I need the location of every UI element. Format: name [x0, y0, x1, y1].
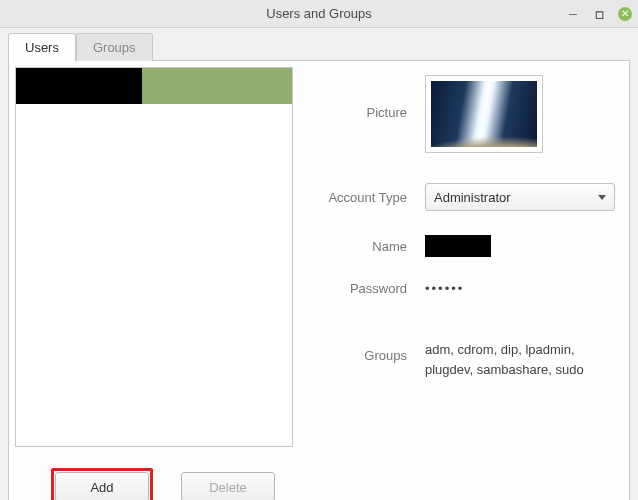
account-type-select[interactable]: Administrator: [425, 183, 615, 211]
maximize-icon[interactable]: ◻: [592, 7, 606, 21]
tab-groups[interactable]: Groups: [76, 33, 153, 61]
name-value-redacted[interactable]: [425, 235, 491, 257]
user-list[interactable]: [15, 67, 293, 447]
button-row: Add Delete: [15, 460, 623, 500]
groups-label: Groups: [307, 340, 425, 363]
add-button-highlight: Add: [51, 468, 153, 500]
list-item[interactable]: [16, 68, 292, 104]
user-name-redacted: [16, 68, 142, 104]
account-type-value: Administrator: [434, 190, 511, 205]
close-icon[interactable]: ✕: [618, 7, 632, 21]
window-title: Users and Groups: [266, 6, 372, 21]
content-area: Picture Account Type Administrator Name …: [15, 67, 623, 460]
chevron-down-icon: [598, 195, 606, 200]
user-details: Picture Account Type Administrator Name …: [303, 67, 623, 460]
delete-button[interactable]: Delete: [181, 472, 275, 500]
minimize-icon[interactable]: ─: [566, 7, 580, 21]
window-controls: ─ ◻ ✕: [566, 0, 632, 28]
password-value[interactable]: ••••••: [425, 281, 615, 296]
groups-value[interactable]: adm, cdrom, dip, lpadmin, plugdev, samba…: [425, 340, 615, 379]
account-type-label: Account Type: [307, 190, 425, 205]
add-button[interactable]: Add: [55, 472, 149, 500]
user-picture[interactable]: [425, 75, 543, 153]
tab-users[interactable]: Users: [8, 33, 76, 61]
tab-bar: Users Groups: [0, 28, 638, 60]
name-label: Name: [307, 239, 425, 254]
titlebar: Users and Groups ─ ◻ ✕: [0, 0, 638, 28]
picture-thumbnail: [431, 81, 537, 147]
password-label: Password: [307, 281, 425, 296]
picture-label: Picture: [307, 75, 425, 120]
main-panel: Picture Account Type Administrator Name …: [8, 60, 630, 500]
